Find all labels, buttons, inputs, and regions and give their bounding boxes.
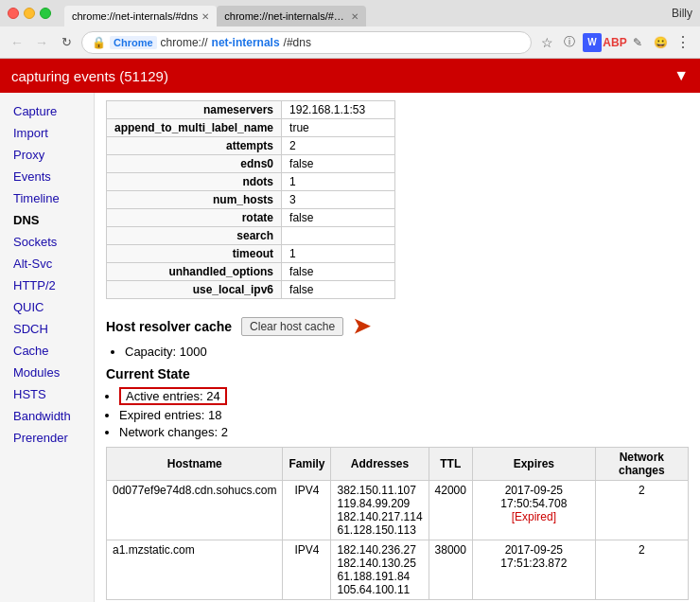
info-icon[interactable]: ⓘ [560, 33, 579, 52]
ext3-icon[interactable]: ✎ [628, 33, 647, 52]
table-row: append_to_multi_label_nametrue [107, 119, 395, 137]
active-entries-item: Active entries: 24 [119, 387, 689, 405]
sidebar-item-proxy[interactable]: Proxy [0, 144, 94, 166]
maximize-button[interactable] [40, 8, 51, 19]
url-path: /#dns [284, 36, 311, 49]
sidebar-item-timeline[interactable]: Timeline [0, 187, 94, 209]
cell-hostname: 0d077ef9e74d8.cdn.sohucs.com [107, 481, 283, 540]
clear-host-cache-button[interactable]: Clear host cache [241, 317, 343, 336]
url-bar[interactable]: 🔒 Chrome chrome://net-internals/#dns [81, 31, 532, 54]
config-value: false [282, 155, 395, 173]
cell-family: IPV4 [283, 481, 331, 540]
sidebar-item-http2[interactable]: HTTP/2 [0, 274, 94, 296]
col-family: Family [283, 448, 331, 481]
sidebar-item-import[interactable]: Import [0, 122, 94, 144]
url-text: chrome:// [161, 36, 208, 49]
title-bar: chrome://net-internals/#dns ✕ chrome://n… [0, 0, 700, 27]
reload-button[interactable]: ↻ [57, 33, 76, 52]
config-value: 1 [282, 245, 395, 263]
config-key: edns0 [107, 155, 282, 173]
back-button[interactable]: ← [8, 33, 26, 52]
sidebar-item-hsts[interactable]: HSTS [0, 383, 94, 405]
config-value [282, 227, 395, 245]
table-row: attempts2 [107, 137, 395, 155]
config-value: 3 [282, 191, 395, 209]
sidebar-item-alt-svc[interactable]: Alt-Svc [0, 253, 94, 274]
tabs-bar: chrome://net-internals/#dns ✕ chrome://n… [64, 0, 666, 27]
cell-expires: 2017-09-25 17:50:54.708[Expired] [472, 481, 595, 540]
sidebar-item-capture[interactable]: Capture [0, 100, 94, 122]
sidebar: Capture Import Proxy Events Timeline DNS… [0, 93, 95, 602]
config-key: nameservers [107, 101, 282, 119]
sidebar-item-sdch[interactable]: SDCH [0, 318, 94, 340]
security-icon: 🔒 [92, 36, 106, 49]
cell-ttl: 38000 [429, 540, 472, 600]
cell-ttl: 42000 [429, 481, 472, 540]
table-row: search [107, 227, 395, 245]
menu-icon[interactable]: ⋮ [674, 33, 692, 52]
ext2-icon[interactable]: ABP [605, 33, 624, 52]
sidebar-item-sockets[interactable]: Sockets [0, 231, 94, 253]
config-value: 192.168.1.1:53 [282, 101, 395, 119]
tab-sockets[interactable]: chrome://net-internals/#socke ✕ [217, 6, 366, 27]
forward-button[interactable]: → [32, 33, 51, 52]
table-row: rotatefalse [107, 209, 395, 227]
col-hostname: Hostname [107, 448, 283, 481]
sidebar-item-cache[interactable]: Cache [0, 340, 94, 362]
config-key: num_hosts [107, 191, 282, 209]
table-row: nameservers192.168.1.1:53 [107, 101, 395, 119]
ext4-icon[interactable]: 😀 [651, 33, 670, 52]
capacity-list: Capacity: 1000 [125, 345, 689, 359]
minimize-button[interactable] [24, 8, 35, 19]
active-entries-label: Active entries: 24 [119, 387, 227, 405]
tab-dns[interactable]: chrome://net-internals/#dns ✕ [64, 6, 217, 27]
cell-addresses: 182.140.236.27 182.140.130.25 61.188.191… [331, 540, 429, 600]
address-bar: ← → ↻ 🔒 Chrome chrome://net-internals/#d… [0, 27, 700, 59]
cell-network-changes: 2 [595, 540, 688, 600]
cell-hostname: a1.mzstatic.com [107, 540, 283, 600]
sidebar-item-modules[interactable]: Modules [0, 362, 94, 383]
network-changes-item: Network changes: 2 [119, 425, 689, 439]
sidebar-item-dns: DNS [0, 209, 94, 231]
table-row: 0d077ef9e74d8.cdn.sohucs.com IPV4 382.15… [107, 481, 689, 540]
table-row: num_hosts3 [107, 191, 395, 209]
current-state-header: Current State [106, 366, 689, 381]
current-state-list: Active entries: 24 Expired entries: 18 N… [119, 387, 689, 439]
ext1-icon[interactable]: W [583, 33, 602, 52]
config-key: attempts [107, 137, 282, 155]
user-name: Billy [672, 7, 692, 20]
config-value: false [282, 209, 395, 227]
sidebar-item-prerender[interactable]: Prerender [0, 427, 94, 449]
dns-entries-table: Hostname Family Addresses TTL Expires Ne… [106, 447, 689, 600]
sidebar-item-events[interactable]: Events [0, 166, 94, 187]
star-icon[interactable]: ☆ [537, 33, 556, 52]
config-value: true [282, 119, 395, 137]
tab-sockets-label: chrome://net-internals/#socke [224, 10, 347, 22]
tab-sockets-close[interactable]: ✕ [351, 11, 359, 22]
url-host: net-internals [212, 36, 280, 49]
config-value: false [282, 263, 395, 281]
host-resolver-header: Host resolver cache Clear host cache ➤ [106, 314, 689, 339]
traffic-lights [8, 8, 51, 19]
sidebar-item-quic[interactable]: QUIC [0, 296, 94, 318]
col-addresses: Addresses [331, 448, 429, 481]
host-resolver-title: Host resolver cache [106, 319, 232, 334]
cell-expires: 2017-09-25 17:51:23.872 [472, 540, 595, 600]
config-value: 2 [282, 137, 395, 155]
network-changes-label: Network changes: 2 [119, 425, 228, 439]
expired-entries-label: Expired entries: 18 [119, 408, 221, 422]
cell-network-changes: 2 [595, 481, 688, 540]
arrow-right-icon: ➤ [353, 314, 370, 339]
table-row: a1.mzstatic.com IPV4 182.140.236.27 182.… [107, 540, 689, 600]
capacity-item: Capacity: 1000 [125, 345, 689, 359]
tab-dns-close[interactable]: ✕ [201, 11, 209, 22]
config-key: rotate [107, 209, 282, 227]
expired-entries-item: Expired entries: 18 [119, 408, 689, 422]
sidebar-item-bandwidth[interactable]: Bandwidth [0, 405, 94, 427]
capturing-text: capturing events (51129) [11, 68, 168, 84]
table-row: edns0false [107, 155, 395, 173]
col-expires: Expires [472, 448, 595, 481]
config-key: unhandled_options [107, 263, 282, 281]
table-row: use_local_ipv6false [107, 281, 395, 299]
close-button[interactable] [8, 8, 19, 19]
